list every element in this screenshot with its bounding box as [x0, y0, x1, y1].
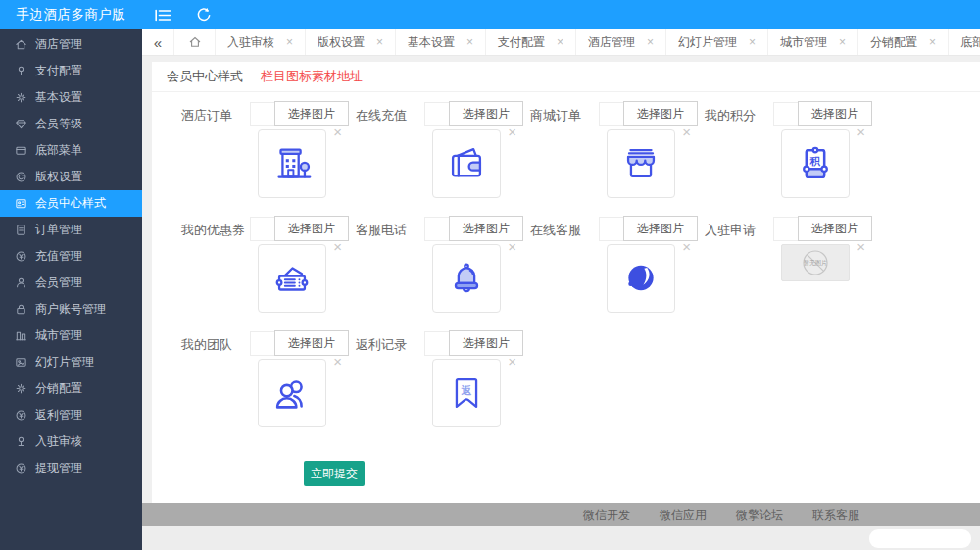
footer-link-微信应用[interactable]: 微信应用 — [660, 507, 707, 524]
tab-close-icon[interactable]: × — [466, 35, 473, 49]
tab-底部菜单[interactable]: 底部菜单× — [949, 29, 980, 55]
tab-分销配置[interactable]: 分销配置× — [858, 29, 949, 55]
item-label: 酒店订单 — [181, 101, 250, 198]
tab-版权设置[interactable]: 版权设置× — [306, 29, 396, 55]
sidebar-item-会员等级[interactable]: 会员等级 — [0, 111, 142, 137]
submit-button[interactable]: 立即提交 — [304, 461, 365, 486]
topbar: 手边酒店多商户版 — [0, 0, 980, 29]
sidebar-item-幻灯片管理[interactable]: 幻灯片管理 — [0, 349, 142, 375]
item-controls: 选择图片暂无图片× — [773, 216, 872, 313]
tab-基本设置[interactable]: 基本设置× — [396, 29, 486, 55]
team-icon — [258, 359, 326, 427]
no-image-placeholder: 暂无图片 — [781, 244, 850, 281]
icon-material-link[interactable]: 栏目图标素材地址 — [261, 68, 363, 85]
rebate-bookmark-icon: 返 — [432, 359, 501, 427]
remove-image-icon[interactable]: × — [682, 125, 691, 139]
tab-close-icon[interactable]: × — [929, 35, 936, 49]
refresh-icon[interactable] — [183, 0, 224, 29]
upload-path-input[interactable] — [424, 102, 449, 126]
remove-image-icon[interactable]: × — [333, 354, 342, 369]
upload-cell-我的积分: 我的积分选择图片积× — [705, 101, 879, 198]
remove-image-icon[interactable]: × — [857, 125, 865, 139]
sidebar-item-会员管理[interactable]: 会员管理 — [0, 270, 142, 296]
tab-支付配置[interactable]: 支付配置× — [486, 29, 576, 55]
upload-path-input[interactable] — [424, 331, 449, 356]
image-preview-wrap: 积× — [781, 129, 850, 198]
upload-cell-我的优惠券: 我的优惠券选择图片× — [181, 216, 356, 313]
admin-app: 手边酒店多商户版 酒店管理支付配置基本设置会员等级底部菜单版权设置会员中心样式订… — [0, 0, 980, 550]
sidebar-item-label: 会员管理 — [35, 275, 82, 291]
upload-path-input[interactable] — [250, 331, 274, 356]
member-card-icon — [15, 197, 27, 210]
points-ticket-icon: 积 — [781, 129, 850, 198]
upload-path-input[interactable] — [250, 102, 274, 126]
upload-cell-商城订单: 商城订单选择图片× — [530, 101, 705, 198]
remove-image-icon[interactable]: × — [508, 125, 516, 139]
item-controls: 选择图片返× — [424, 330, 523, 427]
remove-image-icon[interactable]: × — [333, 239, 342, 254]
window-menu-icon — [15, 144, 27, 157]
sidebar-item-基本设置[interactable]: 基本设置 — [0, 84, 142, 111]
sidebar-item-label: 支付配置 — [35, 63, 82, 79]
sidebar-item-订单管理[interactable]: 订单管理 — [0, 217, 142, 243]
app-logo: 手边酒店多商户版 — [0, 0, 142, 29]
tab-close-icon[interactable]: × — [749, 35, 756, 49]
footer-link-联系客服[interactable]: 联系客服 — [812, 507, 859, 524]
sidebar-item-label: 城市管理 — [35, 327, 82, 344]
sidebar-item-酒店管理[interactable]: 酒店管理 — [0, 31, 142, 58]
item-controls: 选择图片× — [250, 330, 349, 427]
menu-toggle-icon[interactable] — [142, 0, 183, 29]
home-tab-icon[interactable] — [174, 29, 216, 55]
tab-label: 基本设置 — [408, 34, 455, 51]
remove-image-icon[interactable]: × — [508, 239, 516, 254]
sidebar-item-城市管理[interactable]: 城市管理 — [0, 323, 142, 349]
sidebar-item-label: 入驻审核 — [35, 433, 82, 450]
sidebar-item-底部菜单[interactable]: 底部菜单 — [0, 137, 142, 164]
remove-image-icon[interactable]: × — [857, 239, 865, 254]
footer-link-微信开发[interactable]: 微信开发 — [583, 507, 630, 524]
upload-path-input[interactable] — [773, 102, 798, 126]
panel-header: 会员中心样式 栏目图标素材地址 — [152, 62, 980, 92]
city-icon — [15, 329, 27, 342]
sidebar-item-label: 版权设置 — [35, 169, 82, 185]
coin-icon — [15, 462, 27, 475]
upload-path-input[interactable] — [599, 217, 623, 241]
remove-image-icon[interactable]: × — [333, 125, 342, 139]
upload-cell-入驻申请: 入驻申请选择图片暂无图片× — [705, 216, 879, 313]
headset-icon — [607, 244, 675, 313]
tab-幻灯片管理[interactable]: 幻灯片管理× — [666, 29, 768, 55]
sidebar-item-支付配置[interactable]: 支付配置 — [0, 58, 142, 84]
remove-image-icon[interactable]: × — [682, 239, 691, 254]
location-pin-icon — [15, 435, 27, 448]
remove-image-icon[interactable]: × — [508, 354, 516, 369]
upload-path-input[interactable] — [424, 217, 449, 241]
copyright-icon — [15, 171, 27, 183]
tab-城市管理[interactable]: 城市管理× — [768, 29, 858, 55]
upload-path-input[interactable] — [773, 217, 798, 241]
sidebar-item-入驻审核[interactable]: 入驻审核 — [0, 428, 142, 455]
item-label: 我的积分 — [705, 101, 773, 198]
image-preview-wrap: 暂无图片× — [781, 244, 850, 313]
tab-close-icon[interactable]: × — [647, 35, 654, 49]
upload-path-input[interactable] — [250, 217, 274, 241]
tab-酒店管理[interactable]: 酒店管理× — [576, 29, 666, 55]
sidebar-item-label: 会员中心样式 — [35, 195, 106, 212]
sidebar-item-会员中心样式[interactable]: 会员中心样式 — [0, 190, 142, 217]
sidebar-item-商户账号管理[interactable]: 商户账号管理 — [0, 296, 142, 323]
tab-close-icon[interactable]: × — [376, 35, 383, 49]
tab-close-icon[interactable]: × — [839, 35, 846, 49]
tab-close-icon[interactable]: × — [286, 35, 293, 49]
sidebar-item-提现管理[interactable]: 提现管理 — [0, 455, 142, 481]
footer-link-微擎论坛[interactable]: 微擎论坛 — [736, 507, 783, 524]
image-preview-wrap: × — [607, 129, 675, 198]
tabs-collapse-button[interactable]: « — [142, 29, 174, 55]
sidebar-item-返利管理[interactable]: 返利管理 — [0, 402, 142, 428]
upload-cell-客服电话: 客服电话选择图片× — [356, 216, 530, 313]
sidebar-item-版权设置[interactable]: 版权设置 — [0, 164, 142, 190]
watermark-box — [869, 529, 971, 548]
upload-path-input[interactable] — [599, 102, 623, 126]
tab-入驻审核[interactable]: 入驻审核× — [216, 29, 306, 55]
tab-close-icon[interactable]: × — [557, 35, 564, 49]
sidebar-item-分销配置[interactable]: 分销配置 — [0, 375, 142, 402]
sidebar-item-充值管理[interactable]: 充值管理 — [0, 243, 142, 270]
